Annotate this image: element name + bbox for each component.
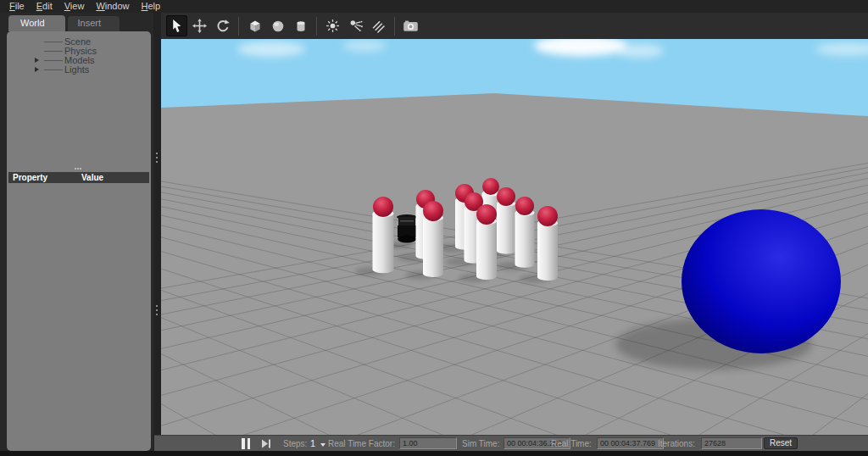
- iterations-field[interactable]: 27628: [701, 437, 762, 449]
- sphere-icon: [270, 19, 286, 34]
- tree-branch-line: [44, 42, 63, 42]
- real-time-label: Real Time:: [551, 439, 592, 448]
- point-light-icon: [326, 19, 340, 33]
- rtf-field[interactable]: 1.00: [399, 437, 457, 449]
- screenshot-button[interactable]: [400, 15, 421, 36]
- box-icon: [248, 19, 263, 34]
- tree-branch-line: [44, 51, 63, 52]
- translate-mode-button[interactable]: [189, 15, 210, 36]
- rotate-icon: [215, 19, 230, 33]
- splitter-grip[interactable]: [156, 305, 159, 315]
- 3d-viewport[interactable]: [161, 39, 868, 435]
- translate-icon: [192, 19, 207, 33]
- expand-arrow-icon[interactable]: [35, 67, 39, 72]
- step-button[interactable]: [262, 439, 271, 448]
- tree-item-label: Lights: [64, 65, 89, 75]
- insert-sphere-button[interactable]: [267, 15, 288, 36]
- directional-light-icon: [371, 19, 386, 33]
- splitter-grip[interactable]: [156, 153, 159, 163]
- tree-item-lights[interactable]: Lights: [7, 65, 151, 75]
- panel-tabs: World Insert: [8, 13, 120, 31]
- world-tree: Scene Physics Models Lights: [7, 31, 151, 75]
- tab-world[interactable]: World: [8, 15, 65, 31]
- real-time-field[interactable]: 00 00:04:37.769: [597, 437, 664, 449]
- vertical-splitter[interactable]: [153, 13, 161, 451]
- playback-bar: Steps: 1 Real Time Factor: 1.00 Sim Time…: [154, 435, 868, 451]
- scene-toolbar: [161, 13, 868, 39]
- left-panel: World Insert Scene Physics Models: [0, 13, 154, 456]
- toolbar-separator: [394, 17, 395, 36]
- menu-window[interactable]: Window: [90, 1, 135, 12]
- select-mode-button[interactable]: [166, 15, 187, 36]
- insert-box-button[interactable]: [244, 15, 265, 36]
- chevron-down-icon[interactable]: [320, 443, 326, 447]
- pause-button[interactable]: [239, 438, 253, 449]
- cylinder-icon: [293, 19, 309, 34]
- simulation-scene: [161, 39, 868, 435]
- menu-edit[interactable]: Edit: [31, 1, 58, 12]
- menu-help[interactable]: Help: [136, 1, 167, 12]
- toolbar-separator: [238, 17, 239, 36]
- insert-cylinder-button[interactable]: [290, 15, 311, 36]
- sim-time-label: Sim Time:: [462, 439, 499, 448]
- camera-icon: [403, 18, 419, 34]
- property-column-header: Property: [13, 172, 47, 183]
- menu-bar: File Edit View Window Help: [0, 0, 868, 13]
- menu-view[interactable]: View: [58, 1, 91, 12]
- iterations-label: Iterations:: [658, 439, 695, 448]
- reset-button[interactable]: Reset: [764, 437, 798, 449]
- tree-branch-line: [44, 70, 63, 70]
- rotate-mode-button[interactable]: [212, 15, 233, 36]
- steps-label: Steps:: [283, 439, 307, 448]
- tab-insert[interactable]: Insert: [68, 16, 120, 31]
- steps-value[interactable]: 1: [310, 438, 315, 448]
- world-panel: Scene Physics Models Lights: [7, 31, 151, 451]
- expand-arrow-icon[interactable]: [35, 58, 39, 63]
- spot-light-icon: [348, 19, 363, 33]
- horizontal-splitter-grip[interactable]: [75, 168, 83, 170]
- step-forward-icon: [262, 439, 271, 448]
- rtf-label: Real Time Factor:: [328, 439, 395, 448]
- cursor-arrow-icon: [170, 19, 184, 33]
- insert-point-light-button[interactable]: [322, 15, 343, 36]
- value-column-header: Value: [81, 172, 103, 183]
- toolbar-separator: [316, 17, 317, 36]
- gazebo-window: File Edit View Window Help World Insert …: [0, 0, 868, 456]
- menu-file[interactable]: File: [3, 1, 31, 12]
- property-table-header: Property Value: [8, 172, 149, 183]
- tree-branch-line: [44, 60, 63, 61]
- insert-directional-light-button[interactable]: [368, 15, 389, 36]
- window-bottom-edge: [0, 451, 868, 456]
- insert-spot-light-button[interactable]: [345, 15, 366, 36]
